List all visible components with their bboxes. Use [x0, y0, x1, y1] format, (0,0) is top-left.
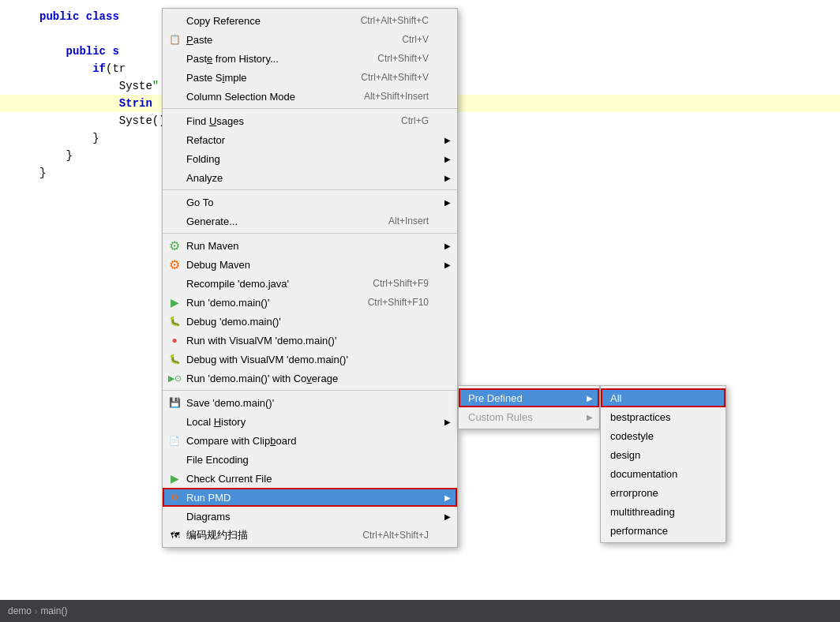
generate-icon — [167, 214, 182, 228]
menu-item-check-file[interactable]: ▶ Check Current File — [163, 469, 457, 488]
separator-4 — [163, 390, 457, 391]
column-selection-icon — [167, 89, 182, 103]
code-scan-icon: 🗺 — [167, 528, 182, 542]
diagrams-icon — [167, 509, 182, 523]
menu-item-run-pmd[interactable]: ⚙ Run PMD — [163, 488, 457, 507]
menu-item-find-usages[interactable]: Find Usages Ctrl+G — [163, 111, 457, 130]
paste-simple-icon — [167, 70, 182, 84]
submenu-pmd-custom[interactable]: Custom Rules — [459, 407, 599, 426]
menu-item-go-to[interactable]: Go To — [163, 193, 457, 212]
menu-item-file-encoding[interactable]: File Encoding — [163, 450, 457, 469]
paste-icon: 📋 — [167, 32, 182, 47]
check-icon: ▶ — [167, 471, 182, 485]
analyze-icon — [167, 170, 182, 185]
cat-item-codestyle[interactable]: codestyle — [601, 426, 726, 445]
cat-item-all[interactable]: All — [601, 388, 726, 407]
recompile-icon — [167, 276, 182, 290]
separator-1 — [163, 108, 457, 109]
menu-item-generate[interactable]: Generate... Alt+Insert — [163, 212, 457, 230]
save-icon: 💾 — [167, 395, 182, 410]
menu-item-folding[interactable]: Folding — [163, 149, 457, 168]
visualvm-debug-icon: 🐛 — [167, 352, 182, 366]
menu-item-paste[interactable]: 📋 Paste Ctrl+V — [163, 30, 457, 49]
file-encoding-icon — [167, 452, 182, 466]
find-icon — [167, 114, 182, 128]
cat-item-bestpractices[interactable]: bestpractices — [601, 407, 726, 426]
separator-3 — [163, 233, 457, 234]
menu-item-paste-history[interactable]: Paste from History... Ctrl+Shift+V — [163, 49, 457, 68]
menu-item-copy-reference[interactable]: Copy Reference Ctrl+Alt+Shift+C — [163, 11, 457, 30]
visualvm-run-icon: ● — [167, 333, 182, 347]
pmd-icon: ⚙ — [167, 490, 182, 504]
local-history-icon — [167, 414, 182, 429]
context-menu: Copy Reference Ctrl+Alt+Shift+C 📋 Paste … — [162, 8, 458, 548]
menu-item-run-visualvm[interactable]: ● Run with VisualVM 'demo.main()' — [163, 331, 457, 350]
menu-item-diagrams[interactable]: Diagrams — [163, 507, 457, 526]
folding-icon — [167, 152, 182, 166]
run-maven-icon: ⚙ — [167, 238, 182, 253]
menu-item-compare-clipboard[interactable]: 📄 Compare with Clipboard — [163, 431, 457, 450]
run-icon: ▶ — [167, 295, 182, 309]
breadcrumb-demo: demo — [8, 605, 32, 616]
menu-item-recompile[interactable]: Recompile 'demo.java' Ctrl+Shift+F9 — [163, 274, 457, 293]
submenu-pmd-predefined[interactable]: Pre Defined — [459, 388, 599, 407]
status-bar: demo › main() — [0, 600, 840, 622]
cat-item-performance[interactable]: performance — [601, 521, 726, 540]
menu-item-debug-main[interactable]: 🐛 Debug 'demo.main()' — [163, 312, 457, 331]
menu-item-run-main[interactable]: ▶ Run 'demo.main()' Ctrl+Shift+F10 — [163, 293, 457, 312]
menu-item-column-selection[interactable]: Column Selection Mode Alt+Shift+Insert — [163, 87, 457, 106]
go-to-icon — [167, 195, 182, 209]
menu-item-run-maven[interactable]: ⚙ Run Maven — [163, 236, 457, 255]
breadcrumb-separator: › — [35, 607, 37, 616]
breadcrumb-method: main() — [40, 605, 67, 616]
refactor-icon — [167, 133, 182, 147]
menu-item-paste-simple[interactable]: Paste Simple Ctrl+Alt+Shift+V — [163, 68, 457, 87]
copy-reference-icon — [167, 13, 182, 28]
cat-item-errorprone[interactable]: errorprone — [601, 483, 726, 502]
breadcrumb: demo › main() — [8, 605, 67, 616]
debug-icon: 🐛 — [167, 314, 182, 328]
submenu-pmd: Pre Defined Custom Rules — [458, 385, 600, 429]
paste-history-icon — [167, 51, 182, 66]
cat-item-design[interactable]: design — [601, 445, 726, 464]
cat-item-documentation[interactable]: documentation — [601, 464, 726, 483]
separator-2 — [163, 189, 457, 190]
menu-item-debug-visualvm[interactable]: 🐛 Debug with VisualVM 'demo.main()' — [163, 350, 457, 369]
compare-icon: 📄 — [167, 433, 182, 448]
debug-maven-icon: ⚙ — [167, 257, 182, 272]
menu-item-save[interactable]: 💾 Save 'demo.main()' — [163, 393, 457, 412]
submenu-category: All bestpractices codestyle design docum… — [600, 385, 726, 543]
cat-item-multithreading[interactable]: multithreading — [601, 502, 726, 521]
menu-item-refactor[interactable]: Refactor — [163, 130, 457, 149]
menu-item-run-coverage[interactable]: ▶⊙ Run 'demo.main()' with Coverage — [163, 369, 457, 388]
menu-item-local-history[interactable]: Local History — [163, 412, 457, 431]
menu-item-analyze[interactable]: Analyze — [163, 168, 457, 187]
menu-item-debug-maven[interactable]: ⚙ Debug Maven — [163, 255, 457, 274]
coverage-icon: ▶⊙ — [167, 371, 182, 385]
menu-item-code-scan[interactable]: 🗺 编码规约扫描 Ctrl+Alt+Shift+J — [163, 526, 457, 545]
